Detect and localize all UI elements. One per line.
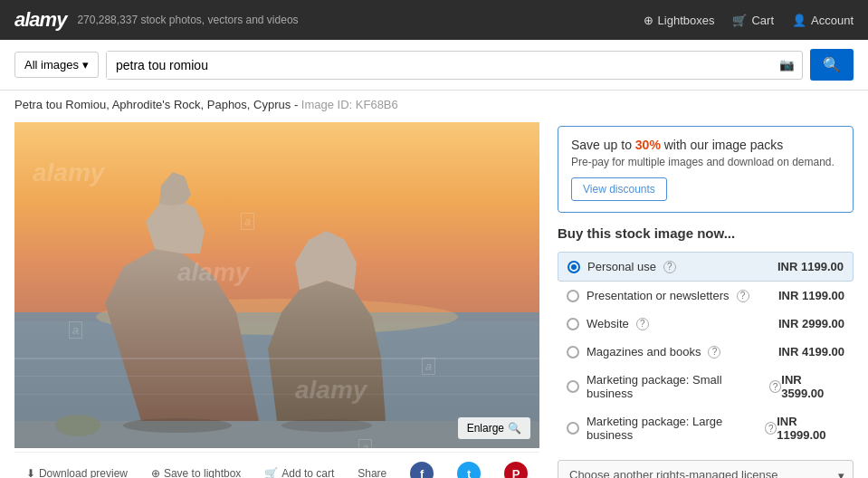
- account-label: Account: [811, 14, 854, 27]
- license-options: Personal use?INR 1199.00Presentation or …: [558, 252, 854, 449]
- right-panel: Save up to 30% with our image packs Pre-…: [558, 122, 854, 478]
- svg-point-9: [55, 415, 100, 436]
- search-input-wrapper: 📷: [106, 51, 803, 80]
- cart-nav[interactable]: 🛒 Cart: [732, 14, 774, 27]
- license-option-magazines[interactable]: Magazines and books?INR 4199.00: [558, 338, 854, 366]
- help-icon-personal[interactable]: ?: [663, 261, 676, 273]
- svg-point-14: [281, 419, 372, 432]
- download-preview-button[interactable]: ⬇ Download preview: [26, 467, 128, 478]
- radio-magazines[interactable]: [567, 346, 579, 358]
- svg-point-13: [123, 418, 232, 433]
- license-name-magazines: Magazines and books: [587, 345, 701, 358]
- lightboxes-label: Lightboxes: [658, 14, 715, 27]
- license-price-website: INR 2999.00: [778, 317, 844, 330]
- license-price-magazines: INR 4199.00: [778, 345, 844, 358]
- page-title-row: Petra tou Romiou, Aphrodite's Rock, Paph…: [0, 91, 868, 111]
- main-content: alamy alamy alamy a a a a Enlarge 🔍 ⬇ Do…: [0, 111, 868, 478]
- search-button[interactable]: 🔍: [810, 49, 854, 81]
- header-right: ⊕ Lightboxes 🛒 Cart 👤 Account: [644, 14, 854, 27]
- cart-icon: 🛒: [264, 467, 278, 478]
- rights-dropdown-wrapper: Choose another rights-managed license ▾: [558, 460, 854, 478]
- add-to-cart-button[interactable]: 🛒 Add to cart: [264, 467, 334, 478]
- help-icon-website[interactable]: ?: [636, 318, 649, 330]
- promo-subtitle: Pre-pay for multiple images and download…: [571, 156, 840, 168]
- radio-marketing_small[interactable]: [567, 380, 579, 393]
- image-id: Image ID: KF68B6: [301, 98, 398, 111]
- search-filter-label: All images: [24, 58, 79, 72]
- twitter-share-button[interactable]: t: [457, 462, 481, 478]
- camera-icon: 📷: [779, 58, 795, 72]
- header: alamy 270,288,337 stock photos, vectors …: [0, 0, 868, 40]
- lightboxes-nav[interactable]: ⊕ Lightboxes: [644, 14, 715, 27]
- save-to-lightbox-button[interactable]: ⊕ Save to lightbox: [151, 467, 241, 478]
- license-option-marketing_large[interactable]: Marketing package: Large business?INR 11…: [558, 407, 854, 449]
- promo-title: Save up to 30% with our image packs: [571, 138, 840, 152]
- download-preview-icon: ⬇: [26, 467, 35, 478]
- facebook-share-button[interactable]: f: [410, 462, 434, 478]
- search-filter-dropdown[interactable]: All images ▾: [14, 52, 99, 78]
- radio-website[interactable]: [567, 318, 579, 330]
- rights-managed-dropdown[interactable]: Choose another rights-managed license: [558, 460, 854, 478]
- help-icon-presentation[interactable]: ?: [737, 290, 749, 302]
- add-to-cart-label: Add to cart: [281, 467, 334, 478]
- enlarge-label: Enlarge: [467, 422, 504, 435]
- chevron-down-icon: ▾: [82, 58, 89, 72]
- search-input[interactable]: [107, 52, 772, 79]
- license-name-marketing_large: Marketing package: Large business: [587, 415, 758, 442]
- radio-personal[interactable]: [568, 261, 580, 273]
- header-tagline: 270,288,337 stock photos, vectors and vi…: [77, 14, 298, 26]
- license-price-marketing_small: INR 3599.00: [781, 373, 844, 400]
- lightboxes-icon: ⊕: [644, 14, 653, 27]
- promo-title-suffix: with our image packs: [661, 138, 783, 152]
- header-left: alamy 270,288,337 stock photos, vectors …: [14, 8, 299, 32]
- account-icon: 👤: [792, 14, 806, 27]
- radio-marketing_large[interactable]: [567, 422, 579, 435]
- account-nav[interactable]: 👤 Account: [792, 14, 854, 27]
- svg-rect-10: [14, 358, 539, 359]
- title-separator: -: [294, 98, 301, 111]
- search-bar: All images ▾ 📷 🔍: [0, 40, 868, 91]
- license-name-marketing_small: Marketing package: Small business: [587, 373, 762, 400]
- landscape-image: [14, 122, 539, 448]
- license-price-personal: INR 1199.00: [777, 260, 844, 273]
- page-title: Petra tou Romiou, Aphrodite's Rock, Paph…: [14, 98, 291, 111]
- promo-title-prefix: Save up to: [571, 138, 635, 152]
- svg-rect-11: [14, 376, 539, 377]
- logo[interactable]: alamy: [14, 8, 66, 32]
- svg-rect-0: [14, 122, 539, 321]
- buy-title: Buy this stock image now...: [558, 225, 854, 241]
- license-price-presentation: INR 1199.00: [778, 289, 844, 302]
- view-discounts-button[interactable]: View discounts: [571, 177, 667, 201]
- license-option-marketing_small[interactable]: Marketing package: Small business?INR 35…: [558, 366, 854, 407]
- search-icon: 🔍: [823, 57, 841, 72]
- download-preview-label: Download preview: [39, 467, 128, 478]
- add-circle-icon: ⊕: [151, 467, 160, 478]
- image-container: alamy alamy alamy a a a a Enlarge 🔍: [14, 122, 539, 448]
- pinterest-share-button[interactable]: P: [504, 462, 528, 478]
- promo-box: Save up to 30% with our image packs Pre-…: [558, 126, 854, 213]
- help-icon-marketing_small[interactable]: ?: [769, 380, 781, 393]
- svg-rect-12: [14, 394, 539, 395]
- help-icon-magazines[interactable]: ?: [708, 346, 720, 358]
- enlarge-button[interactable]: Enlarge 🔍: [458, 417, 530, 439]
- license-name-presentation: Presentation or newsletters: [587, 289, 730, 302]
- enlarge-icon: 🔍: [508, 422, 521, 435]
- save-to-lightbox-label: Save to lightbox: [164, 467, 241, 478]
- promo-highlight: 30%: [635, 138, 661, 152]
- license-option-website[interactable]: Website?INR 2999.00: [558, 310, 854, 338]
- license-option-presentation[interactable]: Presentation or newsletters?INR 1199.00: [558, 282, 854, 310]
- license-option-personal[interactable]: Personal use?INR 1199.00: [558, 252, 854, 282]
- image-actions: ⬇ Download preview ⊕ Save to lightbox 🛒 …: [14, 452, 539, 478]
- camera-search-button[interactable]: 📷: [772, 53, 802, 77]
- license-price-marketing_large: INR 11999.00: [777, 415, 844, 442]
- help-icon-marketing_large[interactable]: ?: [765, 422, 777, 435]
- share-label: Share: [358, 467, 386, 478]
- share-section: Share: [358, 467, 386, 478]
- image-section: alamy alamy alamy a a a a Enlarge 🔍 ⬇ Do…: [14, 122, 539, 478]
- license-name-personal: Personal use: [587, 260, 656, 273]
- cart-label: Cart: [751, 14, 774, 27]
- radio-presentation[interactable]: [567, 290, 579, 302]
- cart-icon: 🛒: [732, 14, 747, 27]
- license-name-website: Website: [587, 317, 629, 330]
